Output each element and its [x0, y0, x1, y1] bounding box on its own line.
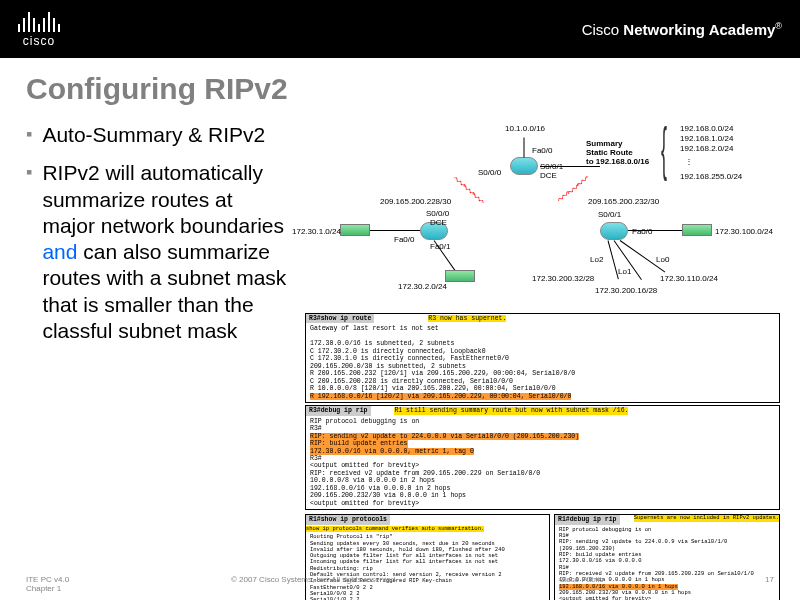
term2-line: 209.165.200.232/30 via 0.0.0.0 in 1 hops — [310, 492, 775, 499]
summary-text: SummaryStatic Routeto 192.168.0.0/16 — [586, 140, 649, 166]
academy-title: Cisco Networking Academy® — [582, 21, 782, 38]
term2-line-hl: 172.30.0.0/16 via 0.0.0.0, metric 1, tag… — [310, 448, 474, 455]
cisco-brand-text: cisco — [23, 34, 55, 48]
footer-copyright: © 2007 Cisco Systems, Inc. All rights re… — [231, 575, 397, 594]
footer-public: Cisco Public — [559, 575, 603, 594]
term2-line: R3# — [310, 455, 775, 462]
term1-line-hl: R 192.168.0.0/16 [120/2] via 209.165.200… — [310, 393, 571, 400]
label-lo2: Lo2 — [590, 255, 603, 264]
router-r3-icon — [600, 222, 628, 240]
label-nr1: 172.30.100.0/24 — [715, 227, 773, 236]
footer-page: 17 — [765, 575, 774, 594]
slide-footer: ITE PC v4.0 Chapter 1 © 2007 Cisco Syste… — [0, 575, 800, 594]
bullet-1: ▪ Auto-Summary & RIPv2 — [26, 122, 290, 148]
label-lo0: Lo0 — [656, 255, 669, 264]
cisco-logo: cisco — [18, 10, 60, 48]
bullet-column: ▪ Auto-Summary & RIPv2 ▪ RIPv2 will auto… — [0, 122, 300, 600]
term4-cmd: R1#debug ip rip — [555, 515, 620, 524]
term2-note: R1 still sending summary route but now w… — [394, 407, 628, 414]
bullet-marker-icon: ▪ — [26, 160, 32, 344]
term4-note: Supernets are now included in RIPv2 upda… — [634, 515, 779, 521]
term1-line: 209.165.200.0/30 is subnetted, 2 subnets — [310, 363, 775, 370]
term3-note: show ip protocols command verifies auto … — [306, 526, 484, 532]
label-nrlo0: 172.30.110.0/24 — [660, 274, 718, 283]
term2-line: RIP protocol debugging is on — [310, 418, 775, 425]
label-linkr: 209.165.200.232/30 — [588, 197, 659, 206]
term2-line: <output omitted for brevity> — [310, 462, 775, 469]
label-net-r0: 192.168.0.0/24 — [680, 124, 733, 133]
term2-line: 192.168.0.0/16 via 0.0.0.0 in 2 hops — [310, 485, 775, 492]
cisco-bars-icon — [18, 10, 60, 32]
bullet-1-text: Auto-Summary & RIPv2 — [42, 122, 265, 148]
label-lo1: Lo1 — [618, 267, 631, 276]
label-topnet: 10.1.0.0/16 — [505, 124, 545, 133]
switch-l2-icon — [445, 270, 475, 282]
footer-left: ITE PC v4.0 Chapter 1 — [26, 575, 69, 594]
term1-note: R3 now has supernet. — [428, 315, 506, 322]
router-r2-icon — [510, 157, 538, 175]
serial-link-right-icon: 〰〰〰 — [554, 172, 592, 207]
term1-line: C 172.30.1.0 is directly connected, Fast… — [310, 355, 775, 362]
figure-column: 10.1.0.0/16 Fa0/0 S0/0/0 S0/0/1 DCE Summ… — [300, 122, 790, 600]
bullet-2: ▪ RIPv2 will automatically summarize rou… — [26, 160, 290, 344]
switch-r1-icon — [682, 224, 712, 236]
slide-header: cisco Cisco Networking Academy® — [0, 0, 800, 58]
terminal-debug-rip-r3: R3#debug ip rip R1 still sending summary… — [305, 405, 780, 510]
term1-line: 172.30.0.0/16 is subnetted, 2 subnets — [310, 340, 775, 347]
label-r1-s000: S0/0/0 — [426, 209, 449, 218]
term1-line: C 209.165.200.228 is directly connected,… — [310, 378, 775, 385]
network-diagram: 10.1.0.0/16 Fa0/0 S0/0/0 S0/0/1 DCE Summ… — [300, 122, 780, 307]
bullet-2-text: RIPv2 will automatically summarize route… — [42, 160, 290, 344]
label-r3-s001: S0/0/1 — [598, 210, 621, 219]
label-r3-fa00: Fa0/0 — [632, 227, 652, 236]
term2-line-hl: RIP: build update entries — [310, 440, 408, 447]
label-r1-fa00: Fa0/0 — [394, 235, 414, 244]
label-dce: DCE — [540, 171, 557, 180]
label-s000: S0/0/0 — [478, 168, 501, 177]
term1-line: R 10.0.0.0/8 [120/1] via 209.165.200.229… — [310, 385, 775, 392]
terminal-show-ip-route: R3#show ip route R3 now has supernet. Ga… — [305, 313, 780, 403]
label-nrlo: 172.30.200.32/28 — [532, 274, 594, 283]
switch-l1-icon — [340, 224, 370, 236]
term2-line: 10.0.0.0/8 via 0.0.0.0 in 2 hops — [310, 477, 775, 484]
label-linkl: 209.165.200.228/30 — [380, 197, 451, 206]
label-fa00: Fa0/0 — [532, 146, 552, 155]
slide-title: Configuring RIPv2 — [26, 72, 800, 106]
label-r1-dce: DCE — [430, 218, 447, 227]
serial-link-left-icon: 〰〰〰 — [449, 172, 487, 207]
label-nl2: 172.30.2.0/24 — [398, 282, 447, 291]
term2-line: <output omitted for brevity> — [310, 500, 775, 507]
term4-line: <output omitted for brevity> — [559, 596, 775, 600]
label-net-r1: 192.168.1.0/24 — [680, 134, 733, 143]
term2-cmd: R3#debug ip rip — [306, 406, 371, 415]
content-area: ▪ Auto-Summary & RIPv2 ▪ RIPv2 will auto… — [0, 122, 800, 600]
label-nl1: 172.30.1.0/24 — [292, 227, 341, 236]
label-nrlo1: 172.30.200.16/28 — [595, 286, 657, 295]
term2-line: R3# — [310, 425, 775, 432]
term3-cmd: R1#show ip protocols — [306, 515, 390, 524]
term1-line: Gateway of last resort is not set — [310, 325, 775, 332]
label-net-r3: 192.168.255.0/24 — [680, 172, 742, 181]
bullet-marker-icon: ▪ — [26, 122, 32, 148]
brace-icon: { — [661, 114, 667, 183]
term1-cmd: R3#show ip route — [306, 314, 374, 323]
term1-line: C 172.30.2.0 is directly connected, Loop… — [310, 348, 775, 355]
label-net-r2: 192.168.2.0/24 — [680, 144, 733, 153]
term1-line: R 209.165.200.232 [120/1] via 209.165.20… — [310, 370, 775, 377]
term2-line: RIP: received v2 update from 209.165.200… — [310, 470, 775, 477]
term2-line-hl: RIP: sending v2 update to 224.0.0.9 via … — [310, 433, 579, 440]
